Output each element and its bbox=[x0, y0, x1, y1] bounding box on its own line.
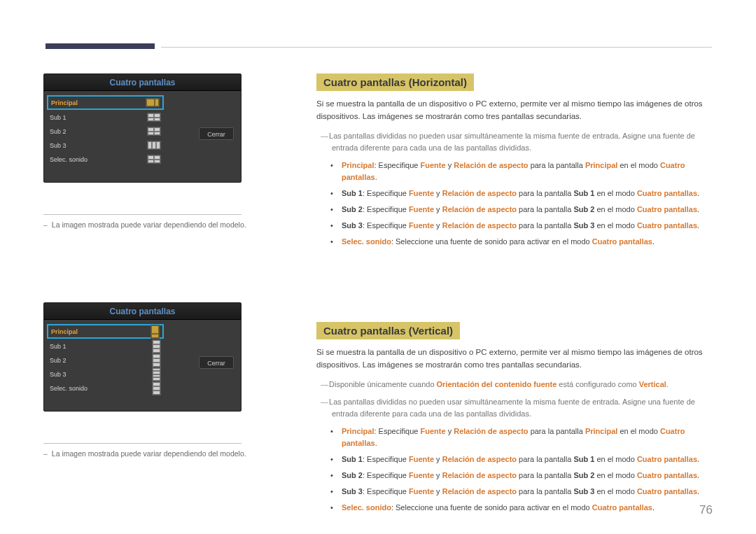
tv-panel-body: Principal Sub 1 Sub 2 Sub 3 Selec. sonid… bbox=[44, 91, 241, 182]
menu-item-sub2[interactable]: Sub 2 bbox=[47, 125, 164, 138]
menu-label: Sub 1 bbox=[50, 114, 66, 121]
tv-panel-body: Principal Sub 1 Sub 2 Sub 3 bbox=[44, 320, 241, 411]
menu-item-sub3[interactable]: Sub 3 bbox=[47, 139, 164, 152]
layout-icon-sub1 bbox=[152, 339, 161, 353]
bullet-principal: Principal: Especifique Fuente y Relación… bbox=[337, 160, 712, 183]
menu-item-sub3[interactable]: Sub 3 bbox=[47, 367, 164, 381]
bullet-sub2: Sub 2: Especifique Fuente y Relación de … bbox=[337, 470, 712, 482]
menu-label: Principal bbox=[51, 328, 78, 335]
menu-label: Principal bbox=[51, 99, 78, 106]
close-button[interactable]: Cerrar bbox=[199, 127, 234, 140]
section-title-horizontal: Cuatro pantallas (Horizontal) bbox=[316, 73, 474, 91]
right-column: Cuatro pantallas (Horizontal) Si se mues… bbox=[316, 73, 712, 518]
layout-icon-selec bbox=[152, 381, 161, 395]
menu-item-sub1[interactable]: Sub 1 bbox=[47, 111, 164, 124]
tv-right-pane: Cerrar bbox=[167, 91, 241, 182]
tv-menu: Principal Sub 1 Sub 2 Sub 3 bbox=[44, 320, 167, 411]
menu-item-selec-sonido[interactable]: Selec. sonido bbox=[47, 381, 164, 395]
bullet-principal: Principal: Especifique Fuente y Relación… bbox=[337, 426, 712, 449]
menu-item-sub1[interactable]: Sub 1 bbox=[47, 339, 164, 353]
close-button[interactable]: Cerrar bbox=[199, 356, 234, 369]
layout-icon-selec bbox=[147, 155, 161, 164]
section-note-availability: Disponible únicamente cuando Orientación… bbox=[316, 379, 712, 391]
figure-caption: La imagen mostrada puede variar dependie… bbox=[43, 449, 274, 458]
menu-item-sub2[interactable]: Sub 2 bbox=[47, 353, 164, 367]
bullet-sub2: Sub 2: Especifique Fuente y Relación de … bbox=[337, 204, 712, 216]
bullet-sub3: Sub 3: Especifique Fuente y Relación de … bbox=[337, 486, 712, 498]
tv-panel-title: Cuatro pantallas bbox=[44, 74, 241, 91]
menu-label: Sub 2 bbox=[50, 128, 66, 135]
section-note: Las pantallas divididas no pueden usar s… bbox=[316, 130, 712, 154]
layout-icon-sub1 bbox=[147, 113, 161, 122]
bullet-list-horizontal: Principal: Especifique Fuente y Relación… bbox=[316, 160, 712, 248]
menu-label: Sub 3 bbox=[50, 142, 66, 149]
layout-icon-sub2 bbox=[152, 353, 161, 367]
menu-label: Sub 3 bbox=[50, 371, 66, 378]
layout-icon-sub3 bbox=[152, 367, 161, 381]
header-rule bbox=[161, 47, 712, 48]
tv-menu: Principal Sub 1 Sub 2 Sub 3 Selec. sonid… bbox=[44, 91, 167, 182]
menu-label: Sub 2 bbox=[50, 357, 66, 364]
menu-item-selec-sonido[interactable]: Selec. sonido bbox=[47, 153, 164, 166]
section-intro: Si se muestra la pantalla de un disposit… bbox=[316, 98, 712, 123]
bullet-selec-sonido: Selec. sonido: Seleccione una fuente de … bbox=[337, 236, 712, 248]
section-title-vertical: Cuatro pantallas (Vertical) bbox=[316, 322, 460, 339]
section-intro: Si se muestra la pantalla de un disposit… bbox=[316, 346, 712, 372]
section-note: Las pantallas divididas no pueden usar s… bbox=[316, 396, 712, 420]
menu-label: Selec. sonido bbox=[50, 385, 88, 392]
bullet-sub3: Sub 3: Especifique Fuente y Relación de … bbox=[337, 220, 712, 232]
menu-item-principal[interactable]: Principal bbox=[47, 324, 164, 339]
bullet-sub1: Sub 1: Especifique Fuente y Relación de … bbox=[337, 454, 712, 465]
header-accent-bar bbox=[46, 43, 155, 49]
page-number: 76 bbox=[699, 503, 713, 517]
bullet-list-vertical: Principal: Especifique Fuente y Relación… bbox=[316, 426, 712, 514]
layout-icon-sub2 bbox=[147, 127, 161, 136]
menu-label: Selec. sonido bbox=[50, 156, 88, 163]
tv-panel-horizontal: Cuatro pantallas Principal Sub 1 Sub 2 S… bbox=[43, 73, 241, 183]
layout-icon-principal bbox=[150, 325, 160, 339]
layout-icon-principal bbox=[146, 98, 160, 107]
menu-label: Sub 1 bbox=[50, 343, 66, 350]
figure-caption: La imagen mostrada puede variar dependie… bbox=[43, 220, 274, 229]
tv-panel-vertical: Cuatro pantallas Principal Sub 1 Sub 2 bbox=[43, 302, 241, 412]
left-column: Cuatro pantallas Principal Sub 1 Sub 2 S… bbox=[43, 73, 274, 458]
menu-item-principal[interactable]: Principal bbox=[47, 95, 164, 110]
caption-rule bbox=[43, 214, 241, 215]
tv-right-pane: Cerrar bbox=[167, 320, 241, 411]
tv-panel-title: Cuatro pantallas bbox=[44, 303, 241, 320]
bullet-selec-sonido: Selec. sonido: Seleccione una fuente de … bbox=[337, 502, 712, 514]
caption-rule bbox=[43, 443, 241, 444]
layout-icon-sub3 bbox=[147, 141, 161, 150]
bullet-sub1: Sub 1: Especifique Fuente y Relación de … bbox=[337, 188, 712, 199]
